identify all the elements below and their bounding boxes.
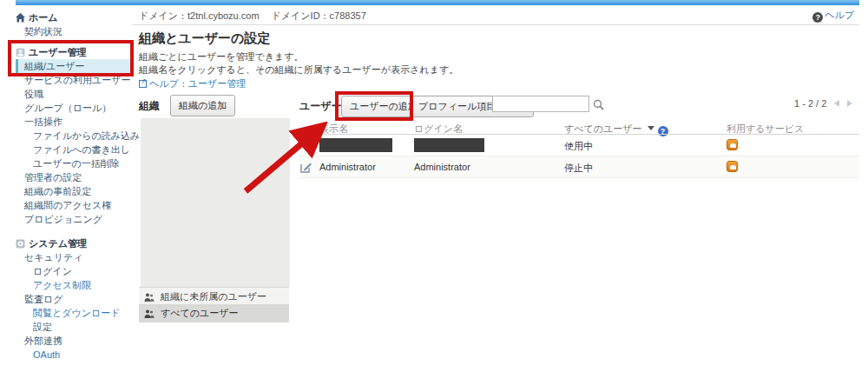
domain-info: ドメイン：t2tnl.cybozu.comドメインID：c788357 [139,10,378,23]
sidebar-item-label: 監査ログ [24,294,63,304]
edit-user-icon[interactable] [300,161,312,176]
org-row-unassigned-users[interactable]: 組織に未所属のユーザー [139,287,289,304]
sidebar-item-job-titles[interactable]: 役職 [16,87,132,101]
cybozu-admin-page: ドメイン：t2tnl.cybozu.comドメインID：c788357 ?ヘルプ… [0,0,868,372]
cybozu-service-icon [727,161,738,172]
sidebar-item-system-management[interactable]: システム管理 [16,236,132,250]
org-row-all-users[interactable]: すべてのユーザー [139,304,289,322]
question-icon: ? [812,12,823,23]
sidebar-item-label: アクセス制限 [33,280,91,290]
highlight-box-add-user-button [335,91,413,121]
sidebar-item-label: ファイルからの読み込み [33,130,140,141]
sidebar-item-view-and-download[interactable]: 閲覧とダウンロード [16,306,132,320]
sidebar-item-label: グループ（ロール） [24,103,111,113]
sidebar-item-label: ファイルへの書き出し [33,144,130,155]
chevron-down-icon [648,126,654,130]
sidebar-item-label: 組織の事前設定 [24,186,91,196]
highlight-box-user-management [8,40,134,76]
sidebar-item-label: プロビジョニング [24,214,102,224]
table-row[interactable]: AdministratorAdministrator停止中 [299,156,859,178]
sidebar-item-label: 役職 [24,89,43,99]
sidebar-item-label: セキュリティ [24,252,83,262]
sidebar-item-groups-roles[interactable]: グループ（ロール） [16,101,132,115]
main-content: 組織とユーザーの設定 組織ごとにユーザーを管理できます。 組織名をクリックすると… [132,25,859,372]
sidebar-item-label: 契約状況 [24,26,62,37]
sidebar-item-audit-settings[interactable]: 設定 [16,320,132,334]
sidebar-item-label: 管理者の設定 [24,172,82,183]
login-name-cell: Administrator [414,162,470,172]
sidebar-item-import-from-file[interactable]: ファイルからの読み込み [16,129,132,143]
domain-bar: ドメイン：t2tnl.cybozu.comドメインID：c788357 ?ヘルプ [132,5,859,25]
sidebar-item-label: 外部連携 [24,335,62,346]
sidebar-item-export-to-file[interactable]: ファイルへの書き出し [16,143,132,156]
sidebar-item-contract-status[interactable]: 契約状況 [16,24,132,38]
table-row[interactable]: 使用中 [299,135,859,156]
sidebar-item-label: 一括操作 [24,116,62,127]
sidebar-item-home[interactable]: ホーム [16,10,132,24]
sidebar-item-oauth[interactable]: OAuth [16,348,132,362]
pagination-count: 1 - 2 / 2 [794,98,826,109]
description-line-1: 組織ごとにユーザーを管理できます。 [139,50,458,63]
sidebar-item-security[interactable]: セキュリティ [16,250,132,264]
sidebar-item-label: 組織間のアクセス権 [24,200,111,210]
help-link-top[interactable]: ?ヘルプ [812,9,854,23]
pagination-prev-icon[interactable] [834,100,839,107]
sidebar-item-label: ログイン [33,266,72,276]
sidebar-item-org-access-rights[interactable]: 組織間のアクセス権 [16,198,132,212]
sidebar-item-label: ユーザーの一括削除 [33,158,120,169]
sidebar-item-login[interactable]: ログイン [16,264,132,278]
sidebar-item-org-presets[interactable]: 組織の事前設定 [16,184,132,198]
page-title: 組織とユーザーの設定 [139,30,270,47]
sidebar-item-admin-settings[interactable]: 管理者の設定 [16,170,132,184]
sidebar-item-bulk-operations[interactable]: 一括操作 [16,115,132,129]
display-name-cell: Administrator [319,162,376,172]
status-cell: 使用中 [564,140,593,153]
help-label: ヘルプ [825,10,854,20]
org-tree-panel[interactable] [141,118,290,287]
cybozu-service-icon [727,139,738,150]
page-description: 組織ごとにユーザーを管理できます。 組織名をクリックすると、その組織に所属するユ… [139,50,458,76]
sidebar-item-bulk-delete-users[interactable]: ユーザーの一括削除 [16,156,132,170]
domain-label: ドメイン：t2tnl.cybozu.com [139,10,260,21]
redacted-display-name [319,138,392,152]
add-org-button[interactable]: 組織の追加 [170,95,235,116]
sidebar-item-provisioning[interactable]: プロビジョニング [16,212,132,226]
pagination: 1 - 2 / 2 [794,98,852,109]
status-cell: 停止中 [564,162,593,175]
sidebar-item-label: OAuth [33,349,60,360]
help-user-management-link[interactable]: ヘルプ：ユーザー管理 [139,77,246,90]
sidebar-item-label: システム管理 [29,238,87,249]
sidebar-item-label: 閲覧とダウンロード [33,308,121,318]
sidebar-item-label: ホーム [29,12,58,23]
pagination-next-icon[interactable] [847,100,852,107]
sidebar-item-audit-log[interactable]: 監査ログ [16,292,132,306]
sidebar-item-label: 設定 [33,322,52,332]
redacted-login-name [414,138,484,152]
sidebar-item-access-restriction[interactable]: アクセス制限 [16,278,132,292]
description-line-2: 組織名をクリックすると、その組織に所属するユーザーが表示されます。 [139,63,458,76]
search-icon[interactable] [593,98,604,114]
user-search-input[interactable] [492,96,589,112]
external-link-icon [139,80,147,88]
org-section-label: 組織 [139,99,160,114]
sidebar-item-external-integration[interactable]: 外部連携 [16,334,132,348]
domain-id-label: ドメインID：c788357 [272,10,366,21]
people-icon [144,306,155,324]
